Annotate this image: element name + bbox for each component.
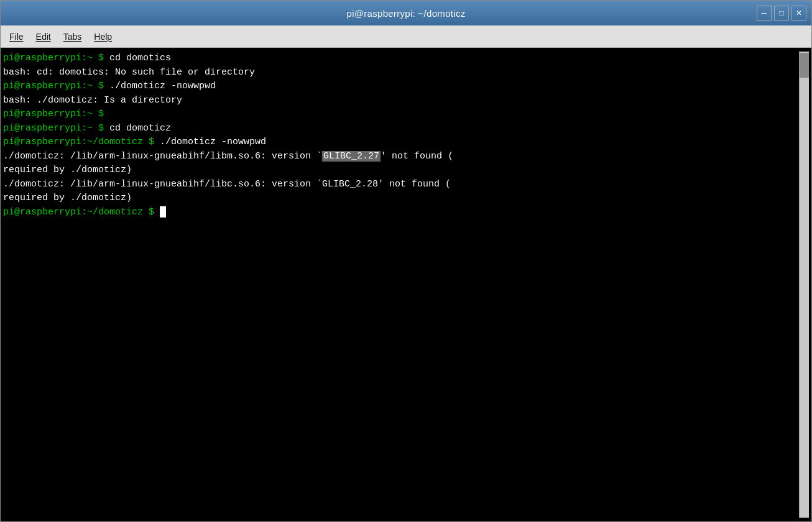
menu-tabs[interactable]: Tabs [57,29,88,44]
terminal-line: bash: cd: domotics: No such file or dire… [3,66,799,80]
menu-file[interactable]: File [3,29,30,44]
scrollbar-thumb[interactable] [800,53,809,78]
window-controls: ─ □ ✕ [757,6,806,21]
terminal-line: pi@raspberrypi:~ $ cd domotics [3,52,799,66]
terminal-line: pi@raspberrypi:~ $ ./domoticz -nowwpwd [3,80,799,94]
terminal-line: pi@raspberrypi:~ $ cd domoticz [3,122,799,136]
terminal-line: pi@raspberrypi:~/domoticz $ ./domoticz -… [3,135,799,150]
terminal-line: required by ./domoticz) [3,163,799,178]
window-title: pi@raspberrypi: ~/domoticz [346,8,465,19]
titlebar: pi@raspberrypi: ~/domoticz ─ □ ✕ [1,1,811,25]
terminal-line: bash: ./domoticz: Is a directory [3,94,799,108]
terminal-content: pi@raspberrypi:~ $ cd domotics bash: cd:… [3,52,799,518]
maximize-button[interactable]: □ [774,6,789,21]
terminal-window: pi@raspberrypi: ~/domoticz ─ □ ✕ File Ed… [0,0,812,522]
terminal-line: pi@raspberrypi:~/domoticz $ [3,206,799,220]
minimize-button[interactable]: ─ [757,6,772,21]
terminal-line: ./domoticz: /lib/arm-linux-gnueabihf/lib… [3,150,799,164]
scrollbar[interactable] [799,52,809,518]
close-button[interactable]: ✕ [791,6,806,21]
menu-help[interactable]: Help [88,29,118,44]
terminal-cursor [160,206,166,218]
terminal-area[interactable]: pi@raspberrypi:~ $ cd domotics bash: cd:… [1,48,811,521]
menubar: File Edit Tabs Help [1,25,811,48]
menu-edit[interactable]: Edit [30,29,57,44]
terminal-line: pi@raspberrypi:~ $ [3,108,799,122]
glibc-highlight-1: GLIBC_2.27 [322,151,381,162]
terminal-line: ./domoticz: /lib/arm-linux-gnueabihf/lib… [3,178,799,192]
terminal-line: required by ./domoticz) [3,191,799,206]
